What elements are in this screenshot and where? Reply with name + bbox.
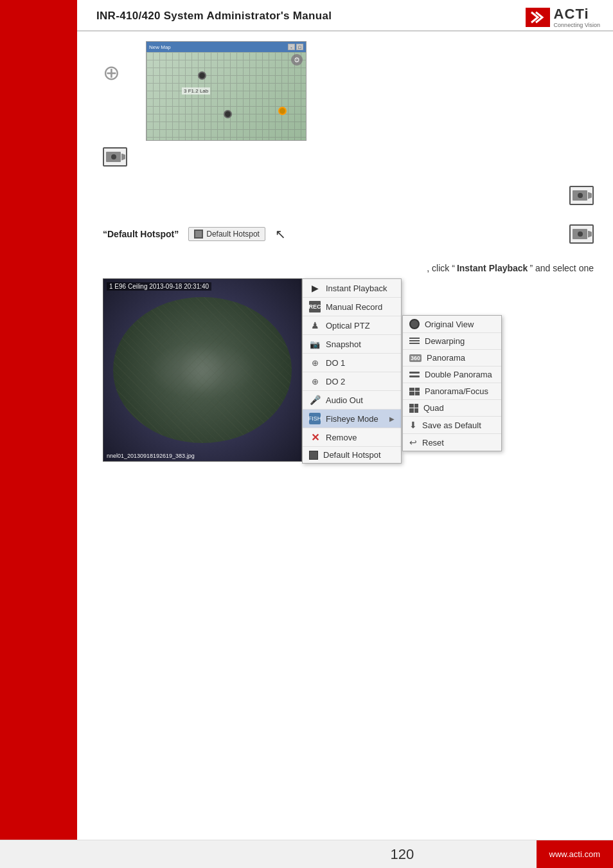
menu-label-do2: DO 2 [326, 377, 345, 386]
circle-icon [409, 319, 420, 329]
context-menu-section: 1 E96 Ceiling 2013-09-18 20:31:40 nnel01… [103, 278, 594, 464]
menu-item-fisheye-mode[interactable]: FISH Fisheye Mode ▶ [303, 410, 401, 428]
menu-label-snapshot: Snapshot [326, 339, 361, 349]
map-body: ⚙ 3 F1.2 Lab [147, 52, 306, 140]
submenu-label-panorama: Panorama [427, 353, 465, 363]
map-section: ⊕ New Map - □ ⚙ 3 F1 [103, 41, 594, 141]
menu-item-optical-ptz[interactable]: ♟ Optical PTZ [303, 316, 401, 335]
submenu-label-quad: Quad [423, 403, 444, 413]
double-lines-icon [409, 372, 420, 377]
fisheye-crowd [149, 341, 256, 399]
submenu-label-dewarping: Dewarping [425, 336, 465, 346]
camera-filename: nnel01_20130918192619_383.jpg [107, 453, 195, 459]
submenu-label-double-panorama: Double Panorama [425, 370, 492, 379]
header: INR-410/420 System Administrator's Manua… [0, 0, 613, 32]
menu-item-default-hotspot[interactable]: Default Hotspot [303, 447, 401, 463]
cam-icon-1 [103, 147, 127, 167]
lines-icon [409, 338, 420, 345]
submenu-item-panorama[interactable]: 360 Panorama [403, 350, 501, 366]
camera-dot-3 [278, 107, 287, 115]
submenu-label-panorama-focus: Panorama/Focus [425, 386, 488, 396]
submenu-item-dewarping[interactable]: Dewarping [403, 333, 501, 350]
menu-item-remove[interactable]: ✕ Remove [303, 428, 401, 447]
fisheye-submenu-arrow: ▶ [389, 415, 395, 422]
camera-preview: 1 E96 Ceiling 2013-09-18 20:31:40 nnel01… [103, 278, 302, 462]
menu-label-manual-record: Manual Record [326, 302, 382, 312]
context-menu: ▶ Instant Playback REC Manual Record ♟ O… [302, 278, 402, 464]
do2-icon: ⊕ [309, 375, 321, 387]
menu-item-do1[interactable]: ⊕ DO 1 [303, 354, 401, 372]
menu-item-instant-playback[interactable]: ▶ Instant Playback [303, 279, 401, 298]
submenu-item-panorama-focus[interactable]: Panorama/Focus [403, 383, 501, 400]
menu-label-default-hotspot: Default Hotspot [323, 450, 381, 460]
hotspot-button[interactable]: Default Hotspot [188, 227, 265, 241]
camera-dot-2 [224, 110, 232, 118]
menu-label-audio-out: Audio Out [326, 395, 363, 405]
submenu-label-reset: Reset [422, 438, 444, 448]
hotspot-button-text: Default Hotspot [206, 230, 260, 239]
cam-icon-3 [569, 224, 594, 244]
fisheye-circle [113, 297, 291, 442]
page-title: INR-410/420 System Administrator's Manua… [96, 10, 332, 22]
menu-item-audio-out[interactable]: 🎤 Audio Out [303, 391, 401, 410]
camera-preview-label: 1 E96 Ceiling 2013-09-18 20:31:40 [107, 282, 211, 291]
menu-label-do1: DO 1 [326, 358, 345, 368]
submenu-item-reset[interactable]: ↩ Reset [403, 434, 501, 451]
submenu-label-save-default: Save as Default [422, 420, 481, 430]
mic-icon: 🎤 [309, 394, 321, 406]
logo-area: ACTi Connecting Vision [526, 6, 600, 28]
snapshot-camera-icon: 📷 [309, 338, 321, 350]
logo-chevron-icon [530, 11, 546, 24]
menu-label-remove: Remove [326, 433, 357, 442]
hotspot-label: “Default Hotspot” [103, 229, 179, 239]
footer: 120 www.acti.com [0, 840, 613, 868]
menu-item-manual-record[interactable]: REC Manual Record [303, 298, 401, 316]
instruction-link: Instant Playback [457, 263, 528, 273]
submenu-item-double-panorama[interactable]: Double Panorama [403, 366, 501, 383]
cam-icon-2 [569, 186, 594, 205]
360-icon: 360 [409, 354, 422, 362]
submenu-item-quad[interactable]: Quad [403, 400, 501, 417]
hotspot-button-icon [194, 230, 203, 239]
logo-tagline: Connecting Vision [554, 22, 600, 28]
submenu-label-original-view: Original View [425, 320, 474, 329]
hotspot-row: “Default Hotspot” Default Hotspot ↖ [103, 224, 594, 244]
menu-label-fisheye-mode: Fisheye Mode [326, 414, 378, 424]
x-icon: ✕ [309, 431, 321, 443]
grid-icon [409, 404, 418, 413]
instruction-row: , click “ Instant Playback ” and select … [103, 263, 594, 273]
logo-text-area: ACTi Connecting Vision [554, 6, 600, 28]
rec-icon: REC [309, 301, 321, 312]
map-minimize-btn[interactable]: - [288, 44, 295, 50]
menu-label-optical-ptz: Optical PTZ [326, 321, 370, 330]
logo-red-box [526, 8, 550, 27]
menu-label-instant-playback: Instant Playback [326, 284, 387, 293]
map-grid [147, 52, 306, 140]
logo-name: ACTi [554, 6, 600, 22]
person-icon: ♟ [309, 320, 321, 331]
map-screenshot: New Map - □ ⚙ 3 F1.2 Lab [146, 41, 306, 141]
map-title-text: New Map [149, 44, 171, 50]
camera-dot-1 [198, 71, 206, 80]
map-label: 3 F1.2 Lab [182, 87, 210, 95]
map-maximize-btn[interactable]: □ [296, 44, 303, 50]
do1-icon: ⊕ [309, 357, 321, 368]
menu-item-do2[interactable]: ⊕ DO 2 [303, 372, 401, 391]
fisheye-bg [103, 279, 301, 461]
fish-icon: FISH [309, 413, 321, 424]
submenu-item-original-view[interactable]: Original View [403, 316, 501, 333]
map-titlebar: New Map - □ [147, 42, 306, 52]
instruction-suffix: ” and select one [529, 263, 594, 273]
menu-item-snapshot[interactable]: 📷 Snapshot [303, 335, 401, 354]
drag-icon: ⊕ [103, 60, 120, 85]
left-sidebar [0, 0, 77, 868]
split-icon [409, 388, 420, 395]
submenu-item-save-default[interactable]: ⬇ Save as Default [403, 417, 501, 434]
save-icon: ⬇ [409, 420, 417, 430]
play-icon: ▶ [309, 282, 321, 294]
fisheye-submenu: Original View Dewarping 360 Panorama [402, 315, 502, 451]
cam-icon-row-1 [103, 147, 594, 167]
reset-icon: ↩ [409, 437, 417, 448]
instruction-prefix: , click “ [427, 263, 455, 273]
hotspot-menu-icon [309, 451, 318, 460]
